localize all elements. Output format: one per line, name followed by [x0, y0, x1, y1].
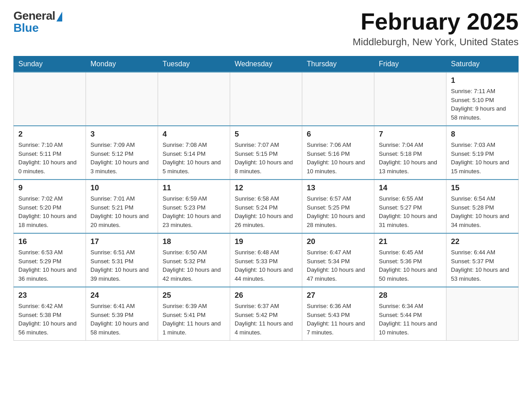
weekday-header-sunday: Sunday — [14, 56, 86, 73]
day-number: 1 — [451, 76, 514, 85]
day-number: 21 — [379, 237, 442, 246]
day-number: 13 — [307, 184, 369, 193]
calendar-cell: 28Sunrise: 6:34 AMSunset: 5:44 PMDayligh… — [374, 287, 446, 341]
day-number: 23 — [18, 291, 81, 300]
day-number: 11 — [163, 184, 225, 193]
day-info: Sunrise: 7:06 AMSunset: 5:16 PMDaylight:… — [307, 141, 369, 176]
day-number: 15 — [451, 184, 514, 193]
calendar-cell: 10Sunrise: 7:01 AMSunset: 5:21 PMDayligh… — [86, 180, 158, 233]
calendar-cell: 1Sunrise: 7:11 AMSunset: 5:10 PMDaylight… — [446, 72, 519, 126]
day-info: Sunrise: 6:34 AMSunset: 5:44 PMDaylight:… — [379, 302, 442, 337]
calendar-cell: 9Sunrise: 7:02 AMSunset: 5:20 PMDaylight… — [14, 180, 86, 233]
weekday-header-monday: Monday — [86, 56, 158, 73]
calendar-header-row: SundayMondayTuesdayWednesdayThursdayFrid… — [14, 56, 519, 73]
day-number: 19 — [235, 237, 297, 246]
calendar-cell: 24Sunrise: 6:41 AMSunset: 5:39 PMDayligh… — [86, 287, 158, 341]
calendar-table: SundayMondayTuesdayWednesdayThursdayFrid… — [13, 56, 519, 341]
day-info: Sunrise: 7:10 AMSunset: 5:11 PMDaylight:… — [18, 141, 81, 176]
day-number: 22 — [451, 237, 514, 246]
day-info: Sunrise: 7:01 AMSunset: 5:21 PMDaylight:… — [90, 194, 153, 229]
day-info: Sunrise: 6:44 AMSunset: 5:37 PMDaylight:… — [451, 248, 514, 283]
calendar-cell: 20Sunrise: 6:47 AMSunset: 5:34 PMDayligh… — [302, 233, 374, 287]
day-info: Sunrise: 6:59 AMSunset: 5:23 PMDaylight:… — [163, 194, 225, 229]
day-number: 25 — [163, 291, 225, 300]
day-number: 26 — [235, 291, 297, 300]
calendar-cell — [374, 72, 446, 126]
logo: General Blue — [13, 9, 62, 35]
calendar-cell — [158, 72, 230, 126]
calendar-cell: 7Sunrise: 7:04 AMSunset: 5:18 PMDaylight… — [374, 126, 446, 180]
location-title: Middleburgh, New York, United States — [352, 36, 519, 48]
calendar-week-5: 23Sunrise: 6:42 AMSunset: 5:38 PMDayligh… — [14, 287, 519, 341]
day-info: Sunrise: 7:11 AMSunset: 5:10 PMDaylight:… — [451, 87, 514, 122]
day-number: 9 — [18, 184, 81, 193]
day-number: 27 — [307, 291, 369, 300]
day-number: 12 — [235, 184, 297, 193]
day-info: Sunrise: 6:55 AMSunset: 5:27 PMDaylight:… — [379, 194, 442, 229]
day-info: Sunrise: 7:02 AMSunset: 5:20 PMDaylight:… — [18, 194, 81, 229]
day-number: 20 — [307, 237, 369, 246]
calendar-cell: 6Sunrise: 7:06 AMSunset: 5:16 PMDaylight… — [302, 126, 374, 180]
day-info: Sunrise: 6:54 AMSunset: 5:28 PMDaylight:… — [451, 194, 514, 229]
day-info: Sunrise: 6:41 AMSunset: 5:39 PMDaylight:… — [90, 302, 153, 337]
day-number: 3 — [90, 130, 153, 139]
title-block: February 2025 Middleburgh, New York, Uni… — [352, 9, 519, 48]
day-info: Sunrise: 7:04 AMSunset: 5:18 PMDaylight:… — [379, 141, 442, 176]
logo-triangle-icon — [56, 12, 62, 21]
calendar-cell: 3Sunrise: 7:09 AMSunset: 5:12 PMDaylight… — [86, 126, 158, 180]
calendar-cell: 4Sunrise: 7:08 AMSunset: 5:14 PMDaylight… — [158, 126, 230, 180]
weekday-header-tuesday: Tuesday — [158, 56, 230, 73]
day-number: 10 — [90, 184, 153, 193]
day-number: 2 — [18, 130, 81, 139]
day-info: Sunrise: 7:09 AMSunset: 5:12 PMDaylight:… — [90, 141, 153, 176]
calendar-cell — [446, 287, 519, 341]
day-number: 4 — [163, 130, 225, 139]
day-info: Sunrise: 7:07 AMSunset: 5:15 PMDaylight:… — [235, 141, 297, 176]
page-header: General Blue February 2025 Middleburgh, … — [13, 9, 519, 48]
logo-blue-text: Blue — [13, 21, 39, 35]
calendar-cell: 22Sunrise: 6:44 AMSunset: 5:37 PMDayligh… — [446, 233, 519, 287]
calendar-week-2: 2Sunrise: 7:10 AMSunset: 5:11 PMDaylight… — [14, 126, 519, 180]
day-info: Sunrise: 6:36 AMSunset: 5:43 PMDaylight:… — [307, 302, 369, 337]
day-info: Sunrise: 6:50 AMSunset: 5:32 PMDaylight:… — [163, 248, 225, 283]
calendar-cell: 19Sunrise: 6:48 AMSunset: 5:33 PMDayligh… — [230, 233, 302, 287]
calendar-cell: 8Sunrise: 7:03 AMSunset: 5:19 PMDaylight… — [446, 126, 519, 180]
day-number: 17 — [90, 237, 153, 246]
day-info: Sunrise: 6:51 AMSunset: 5:31 PMDaylight:… — [90, 248, 153, 283]
calendar-cell: 15Sunrise: 6:54 AMSunset: 5:28 PMDayligh… — [446, 180, 519, 233]
weekday-header-friday: Friday — [374, 56, 446, 73]
day-info: Sunrise: 7:08 AMSunset: 5:14 PMDaylight:… — [163, 141, 225, 176]
day-number: 16 — [18, 237, 81, 246]
weekday-header-wednesday: Wednesday — [230, 56, 302, 73]
calendar-week-4: 16Sunrise: 6:53 AMSunset: 5:29 PMDayligh… — [14, 233, 519, 287]
calendar-cell: 5Sunrise: 7:07 AMSunset: 5:15 PMDaylight… — [230, 126, 302, 180]
month-title: February 2025 — [352, 9, 519, 34]
calendar-cell: 17Sunrise: 6:51 AMSunset: 5:31 PMDayligh… — [86, 233, 158, 287]
weekday-header-saturday: Saturday — [446, 56, 519, 73]
calendar-cell: 12Sunrise: 6:58 AMSunset: 5:24 PMDayligh… — [230, 180, 302, 233]
calendar-cell: 16Sunrise: 6:53 AMSunset: 5:29 PMDayligh… — [14, 233, 86, 287]
day-number: 8 — [451, 130, 514, 139]
calendar-week-3: 9Sunrise: 7:02 AMSunset: 5:20 PMDaylight… — [14, 180, 519, 233]
day-number: 5 — [235, 130, 297, 139]
calendar-cell: 2Sunrise: 7:10 AMSunset: 5:11 PMDaylight… — [14, 126, 86, 180]
calendar-cell — [230, 72, 302, 126]
day-info: Sunrise: 6:47 AMSunset: 5:34 PMDaylight:… — [307, 248, 369, 283]
calendar-cell — [14, 72, 86, 126]
calendar-cell: 26Sunrise: 6:37 AMSunset: 5:42 PMDayligh… — [230, 287, 302, 341]
day-number: 6 — [307, 130, 369, 139]
day-info: Sunrise: 6:53 AMSunset: 5:29 PMDaylight:… — [18, 248, 81, 283]
day-number: 18 — [163, 237, 225, 246]
day-info: Sunrise: 6:48 AMSunset: 5:33 PMDaylight:… — [235, 248, 297, 283]
calendar-cell: 25Sunrise: 6:39 AMSunset: 5:41 PMDayligh… — [158, 287, 230, 341]
day-info: Sunrise: 6:57 AMSunset: 5:25 PMDaylight:… — [307, 194, 369, 229]
calendar-cell: 14Sunrise: 6:55 AMSunset: 5:27 PMDayligh… — [374, 180, 446, 233]
calendar-cell — [302, 72, 374, 126]
day-number: 7 — [379, 130, 442, 139]
day-number: 24 — [90, 291, 153, 300]
calendar-cell: 18Sunrise: 6:50 AMSunset: 5:32 PMDayligh… — [158, 233, 230, 287]
weekday-header-thursday: Thursday — [302, 56, 374, 73]
day-info: Sunrise: 6:45 AMSunset: 5:36 PMDaylight:… — [379, 248, 442, 283]
calendar-cell: 21Sunrise: 6:45 AMSunset: 5:36 PMDayligh… — [374, 233, 446, 287]
calendar-week-1: 1Sunrise: 7:11 AMSunset: 5:10 PMDaylight… — [14, 72, 519, 126]
